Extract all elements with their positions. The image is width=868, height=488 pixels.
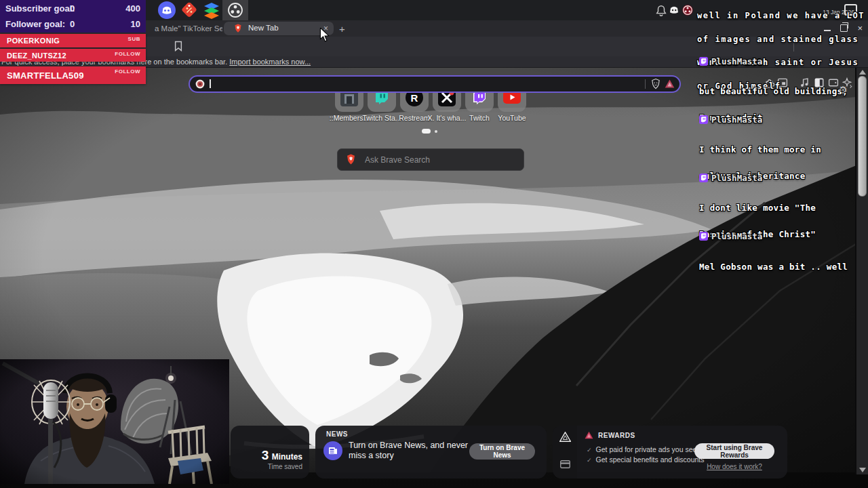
brave-favicon-icon bbox=[234, 24, 242, 33]
bookmark-icon[interactable] bbox=[174, 41, 183, 52]
notification-bell-icon[interactable] bbox=[655, 5, 667, 17]
scrollbar-thumb[interactable] bbox=[858, 76, 867, 197]
follower-goal-row: Follower goal: 0 10 bbox=[0, 17, 146, 32]
rewards-header-row: REWARDS bbox=[585, 431, 635, 439]
news-promo-text: Turn on Brave News, and never miss a sto… bbox=[349, 441, 468, 461]
stats-value: 3 bbox=[262, 448, 269, 462]
twitch-badge-icon bbox=[699, 232, 708, 241]
brave-news-card: NEWS Turn on Brave News, and never miss … bbox=[315, 426, 547, 479]
search-input[interactable] bbox=[363, 155, 502, 165]
search-engine-icon bbox=[195, 79, 205, 89]
news-header: NEWS bbox=[326, 430, 348, 438]
shortcut-label: YouTube bbox=[490, 114, 534, 122]
address-bar[interactable] bbox=[189, 75, 681, 93]
rewards-side-rail bbox=[553, 426, 577, 479]
tab-new-tab[interactable]: New Tab × bbox=[224, 22, 334, 35]
stats-unit: Minutes bbox=[272, 452, 302, 462]
discord-tray-icon[interactable] bbox=[668, 4, 680, 16]
brave-shield-icon bbox=[346, 154, 356, 165]
chat-message-author: PlushMasta bbox=[699, 173, 762, 183]
page-dot[interactable] bbox=[435, 130, 437, 133]
obs-icon bbox=[228, 3, 243, 18]
shortcut-pagination bbox=[422, 129, 437, 134]
page-dot-active[interactable] bbox=[422, 129, 431, 134]
alert-banner: SMARTFELLA509 FOLLOW bbox=[0, 66, 146, 84]
tab-title: New Tab bbox=[248, 24, 279, 32]
obs-tray-icon[interactable] bbox=[682, 4, 694, 16]
inactive-tab-title[interactable]: a Male" TikToker Sentence bbox=[155, 24, 222, 33]
brave-rewards-urlbar-icon[interactable] bbox=[665, 79, 675, 88]
youtube-icon bbox=[503, 91, 521, 104]
text-caret bbox=[210, 79, 211, 88]
start-brave-rewards-button[interactable]: Start using Brave Rewards bbox=[694, 443, 774, 459]
stats-value-line: 3 Minutes bbox=[262, 448, 302, 463]
screen: R ::Members... Twitch Sta... Restream X.… bbox=[0, 0, 868, 488]
brave-rewards-card: REWARDS ✓Get paid for private ads you se… bbox=[553, 426, 787, 479]
stats-card: 3 Minutes Time saved bbox=[231, 426, 309, 479]
webcam-scene bbox=[0, 359, 229, 484]
chat-message-author: PlushMasta bbox=[699, 115, 762, 125]
layers-app-icon[interactable] bbox=[203, 1, 220, 19]
chat-message-author: PlushMasta bbox=[699, 56, 762, 66]
scroll-up-icon[interactable] bbox=[859, 70, 866, 75]
check-icon: ✓ bbox=[587, 457, 592, 464]
scroll-down-icon[interactable] bbox=[859, 468, 866, 472]
alert-banner: POKERKONIG SUB bbox=[0, 34, 146, 47]
import-bookmarks-link[interactable]: Import bookmarks now... bbox=[229, 58, 311, 66]
twitch-badge-icon bbox=[699, 115, 708, 124]
wallet-card-icon[interactable] bbox=[560, 460, 570, 468]
check-icon: ✓ bbox=[587, 447, 592, 453]
mouse-cursor bbox=[319, 28, 330, 42]
new-tab-button[interactable]: + bbox=[339, 23, 345, 35]
brave-search-box[interactable] bbox=[337, 148, 524, 171]
rewards-triangle-icon bbox=[585, 431, 593, 439]
chat-message-text: Mel Gobson was a bit .. well bbox=[699, 245, 848, 289]
subscriber-goal-row: Subscriber goal: 0 400 bbox=[0, 1, 146, 16]
stats-caption: Time saved bbox=[268, 463, 302, 470]
bat-triangle-icon[interactable] bbox=[559, 432, 571, 442]
obs-app-tile[interactable] bbox=[222, 0, 248, 20]
urlbar-separator bbox=[645, 79, 646, 89]
rewards-header: REWARDS bbox=[598, 432, 635, 439]
alert-banner: DEEZ_NUTSZ12 FOLLOW bbox=[0, 49, 146, 62]
chat-scrollbar[interactable] bbox=[855, 68, 868, 474]
turn-on-brave-news-button[interactable]: Turn on Brave News bbox=[469, 443, 535, 460]
chat-message-author: PlushMasta bbox=[699, 231, 762, 241]
tag-app-icon[interactable] bbox=[180, 1, 198, 19]
twitch-badge-icon bbox=[699, 57, 708, 66]
rewards-how-link[interactable]: How does it work? bbox=[694, 463, 774, 470]
newspaper-icon bbox=[323, 441, 342, 460]
goals-panel: Subscriber goal: 0 400 Follower goal: 0 … bbox=[0, 0, 146, 33]
webcam-view bbox=[0, 359, 229, 484]
discord-app-icon[interactable] bbox=[158, 1, 176, 19]
rewards-bullet-2: ✓Get special benefits and discounts bbox=[587, 455, 704, 464]
brave-shields-icon[interactable] bbox=[651, 79, 660, 89]
twitch-badge-icon bbox=[699, 174, 708, 182]
